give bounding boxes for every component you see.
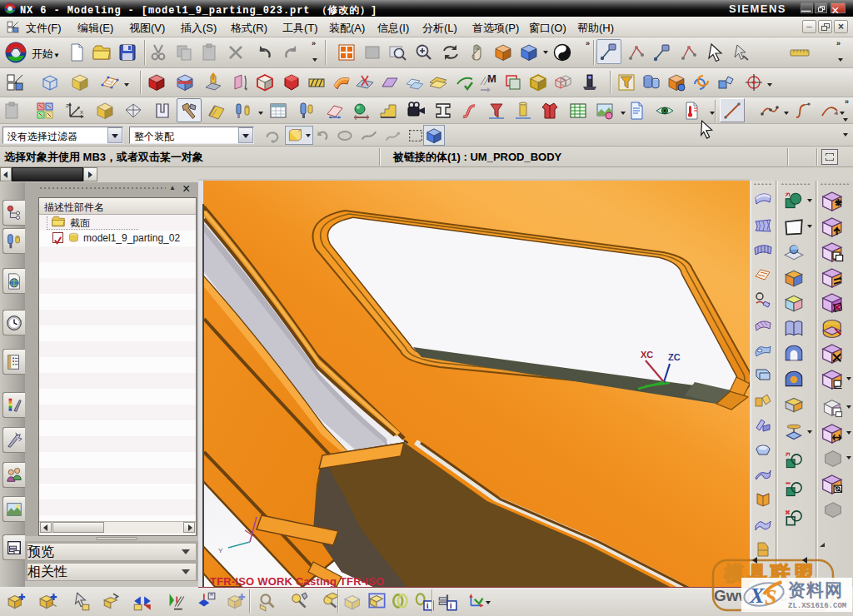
svg-text:Y: Y: [218, 547, 223, 554]
svg-text:资料网: 资料网: [788, 580, 843, 599]
svg-text:XC: XC: [641, 350, 653, 360]
svg-text:ZL.XS1616.COM: ZL.XS1616.COM: [788, 602, 846, 610]
svg-text:X: X: [80, 110, 83, 115]
svg-text:TFR-ISO WORK Casting TFR-ISO: TFR-ISO WORK Casting TFR-ISO: [210, 575, 384, 587]
svg-text:Z: Z: [66, 103, 69, 108]
svg-text:i: i: [450, 601, 452, 610]
svg-text:X: X: [749, 584, 765, 608]
svg-text:i: i: [426, 601, 429, 610]
svg-text:S: S: [765, 585, 776, 609]
svg-text:M: M: [487, 72, 496, 85]
svg-text:ZC: ZC: [668, 352, 681, 362]
